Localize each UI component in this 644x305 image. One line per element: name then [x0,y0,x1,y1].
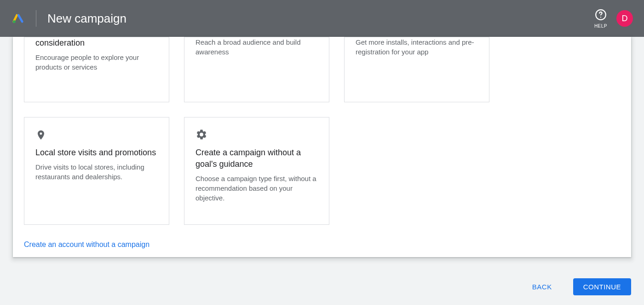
objective-card-consideration[interactable]: consideration Encourage people to explor… [24,37,169,102]
svg-point-2 [600,17,601,18]
card-row-1: consideration Encourage people to explor… [24,37,620,102]
card-desc: Reach a broad audience and build awarene… [196,37,318,57]
create-account-without-campaign-link[interactable]: Create an account without a campaign [24,240,150,248]
card-title: Create a campaign without a goal's guida… [196,147,318,170]
app-header: New campaign HELP D [0,0,644,37]
card-desc: Get more installs, interactions and pre-… [356,37,478,57]
card-desc: Drive visits to local stores, including … [35,162,158,182]
gear-icon [196,129,318,141]
card-row-2: Local store visits and promotions Drive … [24,117,620,225]
avatar-initial: D [622,14,628,23]
avatar[interactable]: D [616,10,633,27]
objective-card-app[interactable]: Get more installs, interactions and pre-… [344,37,489,102]
card-desc: Choose a campaign type first, without a … [196,174,318,203]
pin-icon [35,129,158,141]
content-panel: consideration Encourage people to explor… [13,37,631,257]
objective-card-no-goal[interactable]: Create a campaign without a goal's guida… [184,117,329,225]
svg-point-0 [13,20,16,23]
help-label: HELP [594,23,607,29]
page-title: New campaign [47,12,126,26]
footer-actions: BACK CONTINUE [0,268,644,305]
card-title: Local store visits and promotions [35,147,158,158]
card-desc: Encourage people to explore your product… [35,53,158,72]
google-ads-logo-icon [11,12,25,25]
back-button[interactable]: BACK [522,278,562,295]
objective-card-local-store[interactable]: Local store visits and promotions Drive … [24,117,169,225]
help-icon [595,9,607,23]
continue-button[interactable]: CONTINUE [573,278,631,295]
card-title: consideration [35,37,158,49]
help-button[interactable]: HELP [594,9,607,29]
link-row: Create an account without a campaign [24,240,620,249]
header-divider [36,10,36,27]
objective-card-awareness[interactable]: Reach a broad audience and build awarene… [184,37,329,102]
